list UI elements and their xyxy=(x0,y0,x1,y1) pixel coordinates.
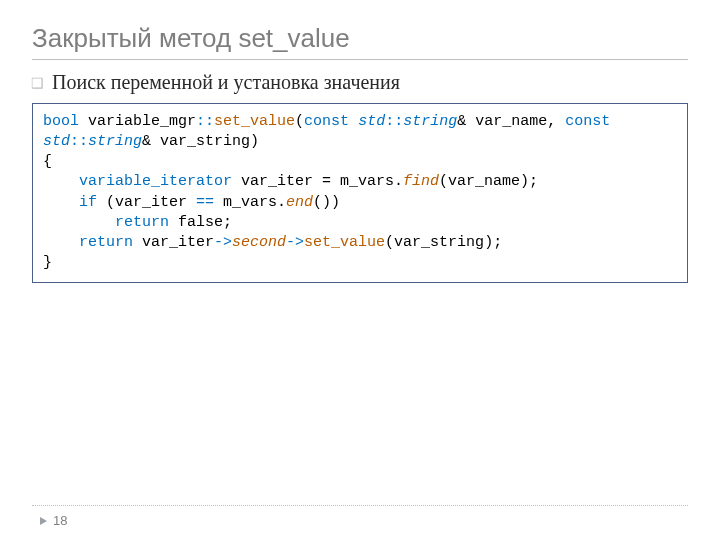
kw-variable-iterator: variable_iterator xyxy=(79,173,232,190)
code-text: } xyxy=(43,254,52,271)
fn-set-value: set_value xyxy=(214,113,295,130)
footer: 18 xyxy=(40,513,67,528)
op-arrow: -> xyxy=(286,234,304,251)
code-text xyxy=(43,173,79,190)
mem-second: second xyxy=(232,234,286,251)
title-rule xyxy=(32,59,688,60)
code-text: false; xyxy=(169,214,232,231)
bullet-text: Поиск переменной и установка значения xyxy=(52,70,400,95)
type-string: string xyxy=(403,113,457,130)
code-text: & var_name, xyxy=(457,113,565,130)
code-text: var_iter = m_vars. xyxy=(232,173,403,190)
op-scope: :: xyxy=(196,113,214,130)
code-text: & var_string) xyxy=(142,133,259,150)
kw-if: if xyxy=(79,194,97,211)
code-text xyxy=(349,113,358,130)
kw-return: return xyxy=(115,214,169,231)
footer-rule xyxy=(32,505,688,506)
type-std: std xyxy=(358,113,385,130)
kw-bool: bool xyxy=(43,113,79,130)
fn-end: end xyxy=(286,194,313,211)
op-eq: == xyxy=(196,194,214,211)
kw-const: const xyxy=(565,113,610,130)
code-text xyxy=(43,214,115,231)
page-number: 18 xyxy=(53,513,67,528)
code-text: (var_string); xyxy=(385,234,502,251)
code-text: variable_mgr xyxy=(79,113,196,130)
code-text: var_iter xyxy=(133,234,214,251)
op-scope: :: xyxy=(70,133,88,150)
code-text: ( xyxy=(295,113,304,130)
slide-title: Закрытый метод set_value xyxy=(32,22,688,55)
type-string: string xyxy=(88,133,142,150)
op-scope: :: xyxy=(385,113,403,130)
fn-set-value: set_value xyxy=(304,234,385,251)
bullet-marker-icon: ❑ xyxy=(32,70,42,90)
kw-const: const xyxy=(304,113,349,130)
code-text: m_vars. xyxy=(214,194,286,211)
code-text: (var_name); xyxy=(439,173,538,190)
kw-return: return xyxy=(79,234,133,251)
code-text: (var_iter xyxy=(97,194,196,211)
bullet-item: ❑ Поиск переменной и установка значения xyxy=(32,70,688,95)
code-text xyxy=(43,234,79,251)
type-std: std xyxy=(43,133,70,150)
code-block: bool variable_mgr::set_value(const std::… xyxy=(32,103,688,283)
code-text: { xyxy=(43,153,52,170)
code-text xyxy=(43,194,79,211)
slide: Закрытый метод set_value ❑ Поиск перемен… xyxy=(0,0,720,540)
fn-find: find xyxy=(403,173,439,190)
triangle-icon xyxy=(40,517,47,525)
op-arrow: -> xyxy=(214,234,232,251)
code-text: ()) xyxy=(313,194,340,211)
